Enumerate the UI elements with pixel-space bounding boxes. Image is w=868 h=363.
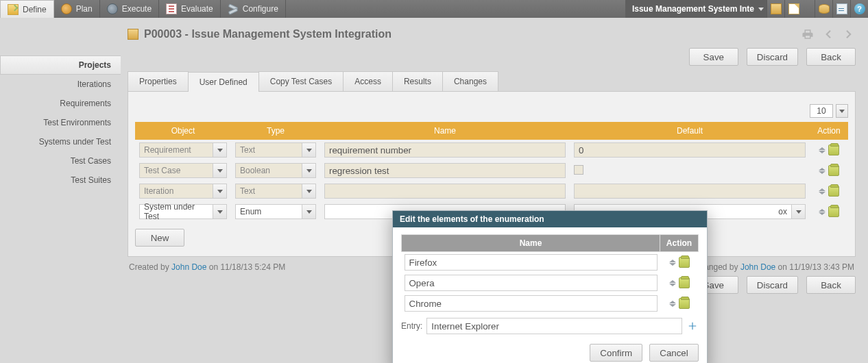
sidebar-item-iterations[interactable]: Iterations <box>0 75 121 94</box>
object-select[interactable]: Test Case <box>139 163 227 178</box>
default-input[interactable] <box>574 142 806 158</box>
delete-button[interactable] <box>828 206 839 217</box>
chevron-down-icon[interactable] <box>213 163 227 178</box>
object-select[interactable]: Iteration <box>139 184 227 199</box>
sort-handle-icon[interactable] <box>669 301 676 307</box>
toolbar-box-button[interactable] <box>767 0 784 18</box>
chevron-down-icon[interactable] <box>302 204 316 219</box>
name-input[interactable] <box>324 142 566 158</box>
entry-input[interactable] <box>426 318 682 334</box>
discard-button[interactable]: Discard <box>747 48 798 66</box>
changed-user-link[interactable]: John Doe <box>740 262 775 272</box>
database-icon <box>819 4 830 14</box>
sidebar-item-test-cases[interactable]: Test Cases <box>0 151 121 171</box>
sidebar: Projects Iterations Requirements Test En… <box>0 18 121 363</box>
toolbar-define[interactable]: Define <box>0 0 54 18</box>
delete-button[interactable] <box>828 186 839 197</box>
toolbar-configure[interactable]: Configure <box>221 0 286 18</box>
back-button[interactable]: Back <box>806 48 856 66</box>
name-input[interactable] <box>324 163 566 178</box>
sort-handle-icon[interactable] <box>819 209 825 215</box>
tab-label: Changes <box>454 77 487 86</box>
chevron-down-icon[interactable] <box>302 142 316 158</box>
prev-button[interactable] <box>821 27 835 41</box>
type-select[interactable]: Text <box>235 142 316 158</box>
sidebar-item-requirements[interactable]: Requirements <box>0 94 121 113</box>
new-button[interactable]: New <box>135 229 184 247</box>
enum-name-input[interactable] <box>405 254 658 271</box>
delete-button[interactable] <box>679 298 690 309</box>
toolbar-data-button[interactable] <box>815 0 832 18</box>
toolbar-execute[interactable]: Execute <box>100 0 159 18</box>
print-button[interactable] <box>801 27 815 41</box>
object-value: Test Case <box>139 163 213 178</box>
sort-handle-icon[interactable] <box>669 280 676 286</box>
toolbar-note-button[interactable] <box>784 0 802 18</box>
sort-handle-icon[interactable] <box>669 260 676 266</box>
type-value: Text <box>235 184 302 199</box>
toolbar-plan[interactable]: Plan <box>54 0 100 18</box>
sort-handle-icon[interactable] <box>819 147 825 153</box>
object-value: System under Test <box>139 204 213 219</box>
tab-copy-test-cases[interactable]: Copy Test Cases <box>258 71 344 91</box>
enum-row <box>402 273 699 293</box>
sidebar-item-systems-under-test[interactable]: Systems under Test <box>0 132 121 151</box>
tab-user-defined[interactable]: User Defined <box>188 72 259 92</box>
sidebar-item-projects[interactable]: Projects <box>0 55 121 75</box>
sidebar-item-label: Requirements <box>60 99 111 108</box>
tab-properties[interactable]: Properties <box>128 71 189 91</box>
sidebar-item-test-environments[interactable]: Test Environments <box>0 113 121 132</box>
object-select[interactable]: System under Test <box>139 204 227 219</box>
next-button[interactable] <box>842 27 856 41</box>
created-user-link[interactable]: John Doe <box>171 262 206 272</box>
col-action: Action <box>810 122 848 140</box>
project-dropdown[interactable]: Issue Management System Inte <box>625 0 767 18</box>
default-input[interactable] <box>574 184 806 199</box>
sort-handle-icon[interactable] <box>819 188 825 195</box>
chevron-down-icon[interactable] <box>213 142 227 158</box>
enum-name-input[interactable] <box>405 295 658 312</box>
cancel-button[interactable]: Cancel <box>649 344 699 362</box>
table-row: Test CaseBoolean <box>135 160 848 181</box>
delete-button[interactable] <box>679 257 690 268</box>
chevron-down-icon[interactable] <box>213 204 227 219</box>
sidebar-item-label: Systems under Test <box>39 137 111 147</box>
object-select[interactable]: Requirement <box>139 142 227 158</box>
type-select[interactable]: Text <box>235 184 316 199</box>
page-size-dropdown[interactable] <box>836 104 848 118</box>
evaluate-icon <box>166 3 177 14</box>
plan-icon <box>61 3 72 14</box>
enum-name-input[interactable] <box>405 275 658 291</box>
tab-label: Copy Test Cases <box>270 77 333 86</box>
toolbar-doc-button[interactable] <box>832 0 850 18</box>
toolbar-evaluate[interactable]: Evaluate <box>159 0 221 18</box>
chevron-down-icon[interactable] <box>302 163 316 178</box>
name-input[interactable] <box>324 184 566 199</box>
tab-access[interactable]: Access <box>343 71 393 91</box>
back-button-bottom[interactable]: Back <box>806 276 856 294</box>
chevron-down-icon <box>839 110 845 113</box>
object-value: Iteration <box>139 184 213 199</box>
discard-button-bottom[interactable]: Discard <box>747 276 798 294</box>
col-object: Object <box>135 122 231 140</box>
chevron-down-icon[interactable] <box>792 204 806 219</box>
chevron-down-icon[interactable] <box>302 184 316 199</box>
tab-results[interactable]: Results <box>392 71 443 91</box>
tab-label: Properties <box>139 77 177 86</box>
enum-row <box>402 293 699 314</box>
delete-button[interactable] <box>679 277 690 288</box>
type-select[interactable]: Boolean <box>235 163 316 178</box>
delete-button[interactable] <box>828 145 839 155</box>
sort-handle-icon[interactable] <box>819 168 825 174</box>
save-button[interactable]: Save <box>689 48 738 66</box>
confirm-button[interactable]: Confirm <box>590 344 642 362</box>
add-entry-button[interactable] <box>686 320 699 332</box>
delete-button[interactable] <box>828 165 839 176</box>
default-checkbox[interactable] <box>574 165 583 175</box>
type-select[interactable]: Enum <box>235 204 316 219</box>
tab-changes[interactable]: Changes <box>442 71 498 91</box>
enum-dialog: Edit the elements of the enumeration Nam… <box>392 210 708 363</box>
toolbar-help-button[interactable]: ? <box>850 0 868 18</box>
sidebar-item-test-suites[interactable]: Test Suites <box>0 171 121 190</box>
chevron-down-icon[interactable] <box>213 184 227 199</box>
